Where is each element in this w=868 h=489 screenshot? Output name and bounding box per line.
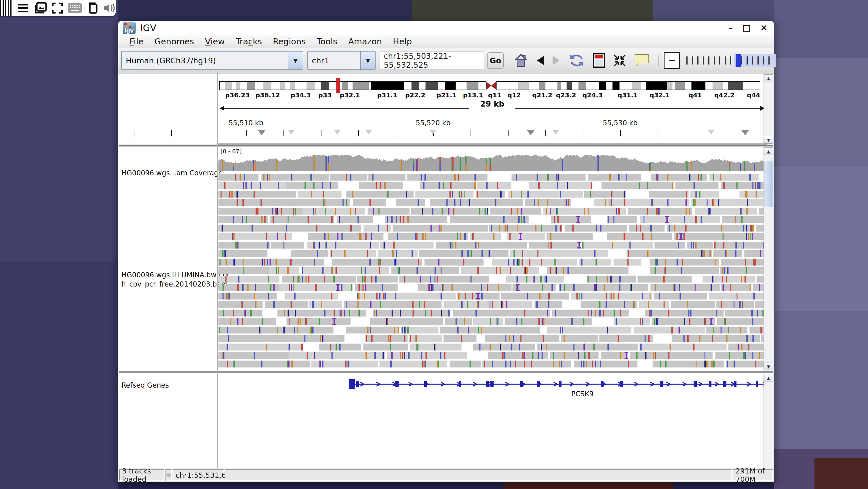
cytoband-label: q23.2 [556,92,576,99]
scroll-up-icon[interactable]: ▲ [764,374,773,382]
region-tool-icon[interactable] [593,53,605,68]
ruler-marker-icon[interactable] [708,130,714,135]
ruler-marker-icon[interactable] [288,130,294,135]
alignment-track-name-line2[interactable]: h_cov_pcr_free.20140203.bam [121,280,228,288]
ruler-marker-icon[interactable] [257,130,266,135]
ruler-tick [171,130,172,136]
ruler-marker-icon[interactable] [553,130,559,135]
cytoband-label: p36.12 [255,92,280,99]
ruler-marker-icon[interactable] [366,130,372,135]
cytoband-label: q31.1 [618,92,638,99]
scroll-down-icon[interactable]: ▼ [764,136,773,144]
vnc-toolbar [0,0,116,16]
maximize-button[interactable]: □ [743,24,751,32]
ruler-tick [658,130,658,136]
scroll-up-icon[interactable]: ▲ [764,74,773,82]
scroll-up-icon[interactable]: ▲ [764,147,773,155]
main-content: 29 kbp36.23p36.12p34.3p33p32.1p31.1p22.2… [119,74,773,468]
ruler-tick [283,130,284,136]
igv-logo-text: igv [124,27,134,34]
menu-tools[interactable]: Tools [311,36,342,46]
toolbar: Human (GRCh37/hg19) ▼ chr1 ▼ chr1:55,503… [118,48,774,74]
coverage-track-name[interactable]: HG00096.wgs...am Coverage [121,169,223,177]
tooltip-toggle-icon[interactable] [634,54,649,67]
ruler-tick [620,130,621,136]
memory-status: 291M of 700M [733,469,773,481]
ruler-tick [470,130,471,136]
scrollbar-thumb[interactable] [764,161,773,207]
menu-genomes[interactable]: Genomes [149,36,200,46]
home-icon[interactable] [514,53,528,68]
igv-app-icon: igv [123,22,135,34]
chromosome-select-arrow[interactable]: ▼ [360,52,375,69]
cytoband-label: p33 [318,92,332,99]
screenshot-icon[interactable] [34,2,46,14]
ruler-marker-icon[interactable] [741,130,749,135]
zoom-slider[interactable] [686,52,774,69]
menu-file[interactable]: File [124,36,149,46]
cytoband-label: p21.1 [437,92,457,99]
clipboard-icon[interactable] [87,2,98,14]
menu-tracks[interactable]: Tracks [230,36,267,46]
ruler-tick [396,130,396,136]
ideogram-graphic[interactable] [119,74,770,145]
back-icon[interactable] [536,55,545,66]
ruler-tick [583,130,583,136]
refseq-track-name[interactable]: Refseq Genes [121,381,169,390]
ruler-marker-icon[interactable] [334,130,340,135]
go-button[interactable]: Go [487,52,503,68]
coverage-range-label: [0 - 67] [220,148,242,155]
coverage-plot[interactable] [218,154,765,171]
window-title: IGV [140,23,156,33]
gene-label-pcsk9: PCSK9 [571,390,593,398]
locus-input[interactable]: chr1:55,503,221-55,532,525 [380,52,484,69]
chevron-down-icon: ▼ [293,57,298,64]
alignment-track-name-line1[interactable]: HG00096.wgs.ILLUMINA.bwa.G [121,271,228,279]
zoom-out-button[interactable]: − [664,52,680,69]
cursor-position-status: chr1:55,531,691 [173,469,224,481]
menu-help[interactable]: Help [388,36,417,46]
igv-window: igv IGV – □ ✕ FileGenomesViewTracksRegio… [118,21,774,482]
tracks-loaded-status: 3 tracks loaded [119,469,165,481]
ruler-tick [546,130,546,136]
chromosome-select[interactable]: chr1 ▼ [307,51,376,70]
audio-icon[interactable] [103,3,116,13]
genome-select-arrow[interactable]: ▼ [288,52,303,69]
menu-icon[interactable] [17,3,29,13]
ruler-tick-label: 55,510 kb [228,119,264,127]
fullscreen-icon[interactable] [52,3,63,13]
scroll-down-icon[interactable]: ▼ [764,363,773,370]
locus-panel-scrollbar[interactable]: ▲ ▼ [764,74,773,144]
zoom-slider-thumb[interactable] [736,54,741,67]
ruler-tick [321,130,321,136]
fit-to-window-icon[interactable] [613,54,626,67]
gene-model[interactable] [218,373,767,408]
chevron-down-icon: ▼ [366,57,370,64]
name-column-divider[interactable] [217,74,218,468]
cytoband-label: p34.3 [291,92,311,99]
title-bar[interactable]: igv IGV – □ ✕ [118,21,774,35]
status-bar: 3 tracks loaded chr1:55,531,691 291M of … [118,468,774,482]
alignment-reads[interactable] [218,173,765,371]
drag-grip-icon[interactable] [0,0,12,16]
forward-icon[interactable] [552,55,561,66]
ruler-marker-icon[interactable] [430,130,436,135]
ruler-marker-icon[interactable] [527,130,535,135]
close-button[interactable]: ✕ [761,24,768,32]
keyboard-icon[interactable] [68,3,82,13]
status-indicator [165,469,172,481]
menu-amazon[interactable]: Amazon [343,36,388,46]
cytoband-label: q21.2 [532,92,552,99]
menu-regions[interactable]: Regions [267,36,311,46]
cytoband-label: q11 [488,92,501,99]
minimize-button[interactable]: – [728,24,733,32]
ruler-tick [209,130,209,136]
genome-select[interactable]: Human (GRCh37/hg19) ▼ [121,51,303,70]
cytoband-label: p13.1 [463,92,483,99]
cytoband-label: p22.2 [405,92,425,99]
tracks-panel-scrollbar[interactable]: ▲ ▼ [764,147,773,371]
gene-panel-scrollbar[interactable]: ▲ ▼ [764,374,773,482]
ruler-tick-label: 55,530 kb [603,119,638,127]
menu-view[interactable]: View [199,36,230,46]
refresh-icon[interactable] [569,53,585,68]
